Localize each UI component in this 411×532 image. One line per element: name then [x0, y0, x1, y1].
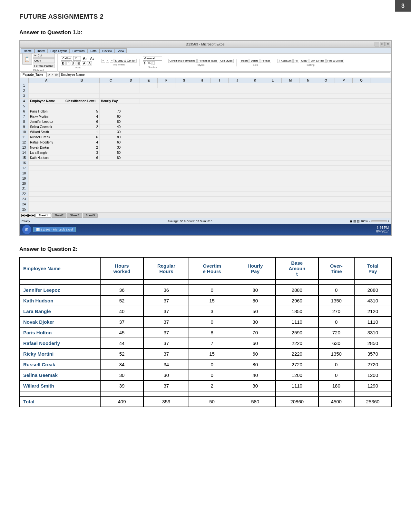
- col-header-a[interactable]: A: [29, 78, 64, 83]
- cell-b10[interactable]: 1: [64, 130, 100, 134]
- cell-a12[interactable]: Rafael Nooderly: [29, 140, 64, 145]
- cell-c7[interactable]: 60: [100, 114, 122, 119]
- cell-c5[interactable]: [100, 104, 122, 109]
- fill-button[interactable]: Fill: [293, 59, 299, 63]
- zoom-slider[interactable]: [371, 220, 387, 222]
- cell-a3[interactable]: [29, 94, 64, 98]
- font-size-down[interactable]: A↓: [89, 56, 95, 61]
- cell-c1[interactable]: [100, 83, 122, 88]
- col-header-n[interactable]: N: [299, 78, 317, 83]
- cell-a24[interactable]: [29, 202, 64, 207]
- tab-data[interactable]: Data: [88, 48, 100, 53]
- cell-b9[interactable]: 2: [64, 124, 100, 129]
- insert-cells-button[interactable]: Insert: [240, 59, 249, 63]
- cell-b2[interactable]: [64, 88, 100, 93]
- cell-a18[interactable]: [29, 171, 64, 176]
- sort-filter-button[interactable]: Sort & Filter: [309, 59, 325, 63]
- col-header-d[interactable]: D: [122, 78, 140, 83]
- cell-a25[interactable]: [29, 207, 64, 212]
- border-button[interactable]: ⊞: [76, 61, 81, 65]
- col-header-g[interactable]: G: [175, 78, 193, 83]
- cell-c14[interactable]: 50: [100, 150, 122, 155]
- align-left-button[interactable]: ≡: [101, 59, 105, 63]
- underline-button[interactable]: U: [71, 61, 75, 65]
- sheet-tab-3[interactable]: Sheet3: [67, 213, 82, 218]
- cell-a21[interactable]: [29, 186, 64, 191]
- cell-b13[interactable]: 2: [64, 145, 100, 150]
- cell-b11[interactable]: 6: [64, 135, 100, 140]
- col-header-h[interactable]: H: [193, 78, 211, 83]
- cell-b3[interactable]: [64, 94, 100, 98]
- cell-d1[interactable]: [122, 83, 140, 88]
- cell-a14[interactable]: Lara Bangle: [29, 150, 64, 155]
- sheet-nav-last[interactable]: ▶|: [32, 213, 35, 217]
- zoom-in-button[interactable]: +: [388, 220, 389, 223]
- tab-insert[interactable]: Insert: [34, 48, 48, 53]
- sheet-nav-next[interactable]: ▶: [28, 213, 31, 217]
- clear-button[interactable]: Clear: [300, 59, 308, 63]
- col-header-q[interactable]: Q: [353, 78, 370, 83]
- paste-button[interactable]: 📋: [22, 53, 32, 65]
- merge-center-button[interactable]: Merge & Center: [114, 59, 137, 63]
- cell-b15[interactable]: 6: [64, 155, 100, 160]
- cell-d4[interactable]: [122, 99, 140, 103]
- cell-a23[interactable]: [29, 197, 64, 202]
- cell-a15[interactable]: Kath Hudson: [29, 155, 64, 160]
- cell-a22[interactable]: [29, 192, 64, 196]
- cell-a10[interactable]: Willard Smith: [29, 130, 64, 134]
- italic-button[interactable]: I: [66, 61, 70, 65]
- formula-confirm[interactable]: ✓: [51, 73, 54, 76]
- tab-home[interactable]: Home: [21, 48, 34, 53]
- sheet-nav-first[interactable]: |◀: [21, 213, 24, 217]
- sheet-tab-2[interactable]: Sheet2: [52, 213, 67, 218]
- page-layout-view-button[interactable]: ▤: [353, 220, 356, 223]
- cell-b6[interactable]: 5: [64, 109, 100, 114]
- tab-formulas[interactable]: Formulas: [70, 48, 88, 53]
- col-header-i[interactable]: I: [211, 78, 229, 83]
- close-button[interactable]: ✕: [386, 42, 390, 46]
- cell-a2[interactable]: [29, 88, 64, 93]
- col-header-k[interactable]: K: [246, 78, 264, 83]
- cell-a13[interactable]: Novak Djoker: [29, 145, 64, 150]
- cell-c10[interactable]: 30: [100, 130, 122, 134]
- cell-d2[interactable]: [122, 88, 140, 93]
- formula-cancel[interactable]: ✕: [48, 73, 51, 76]
- cell-a19[interactable]: [29, 176, 64, 181]
- cell-g1[interactable]: [175, 83, 193, 88]
- cell-c3[interactable]: [100, 94, 122, 98]
- sheet-tab-5[interactable]: Sheet5: [83, 213, 98, 218]
- col-header-l[interactable]: L: [264, 78, 282, 83]
- col-header-f[interactable]: F: [158, 78, 175, 83]
- bold-button[interactable]: B: [61, 61, 66, 65]
- cell-b1[interactable]: [64, 83, 100, 88]
- comma-button[interactable]: ,: [152, 61, 155, 65]
- cell-b8[interactable]: 6: [64, 119, 100, 124]
- font-size-up[interactable]: A↑: [82, 56, 88, 61]
- zoom-out-button[interactable]: −: [368, 220, 370, 223]
- page-break-view-button[interactable]: ▥: [357, 220, 360, 223]
- cell-c8[interactable]: 80: [100, 119, 122, 124]
- col-header-j[interactable]: J: [229, 78, 246, 83]
- cell-b7[interactable]: 4: [64, 114, 100, 119]
- cell-c6[interactable]: 70: [100, 109, 122, 114]
- cell-a20[interactable]: [29, 181, 64, 186]
- tab-page-layout[interactable]: Page Layout: [48, 48, 70, 53]
- col-header-m[interactable]: M: [282, 78, 299, 83]
- cell-a5[interactable]: [29, 104, 64, 109]
- cell-c2[interactable]: [100, 88, 122, 93]
- normal-view-button[interactable]: ▣: [350, 220, 353, 223]
- autosum-button[interactable]: ∑ AutoSum: [277, 59, 293, 63]
- align-right-button[interactable]: ≡: [110, 59, 113, 63]
- name-box[interactable]: Payrate_Table: [21, 72, 47, 77]
- cell-c11[interactable]: 80: [100, 135, 122, 140]
- cell-a6[interactable]: Paris Holton: [29, 109, 64, 114]
- number-format-select[interactable]: General: [143, 56, 162, 61]
- titlebar-controls[interactable]: ─ □ ✕: [375, 42, 390, 46]
- cell-a17[interactable]: [29, 166, 64, 171]
- percent-button[interactable]: %: [147, 61, 152, 65]
- cell-a1[interactable]: [29, 83, 64, 88]
- cell-f1[interactable]: [158, 83, 175, 88]
- format-as-table-button[interactable]: Format as Table: [197, 59, 218, 63]
- cell-b4[interactable]: Classification Level: [64, 99, 100, 103]
- fill-color-button[interactable]: A: [82, 61, 87, 65]
